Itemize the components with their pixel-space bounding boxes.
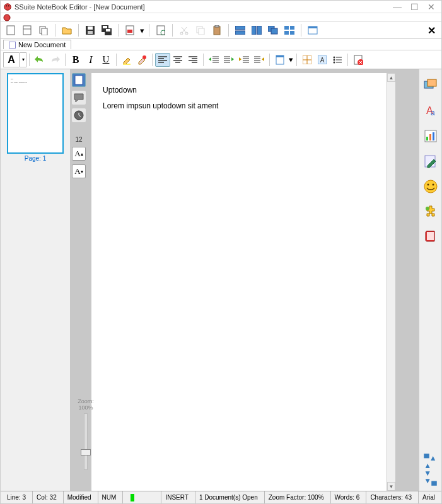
status-bar: Line: 3 Col: 32 Modified NUM INSERT 1 Do… — [1, 491, 441, 503]
svg-point-1 — [6, 5, 7, 6]
window-button[interactable] — [305, 23, 320, 37]
svg-rect-28 — [257, 26, 262, 35]
align-left-button[interactable] — [155, 53, 170, 67]
comment-button[interactable] — [72, 91, 86, 105]
insert-text-button[interactable]: A — [315, 53, 330, 67]
pdf-dropdown[interactable]: ▾ — [139, 23, 145, 37]
save-all-button[interactable] — [99, 23, 114, 37]
indent-button[interactable] — [252, 53, 267, 67]
print-preview-button[interactable] — [153, 23, 168, 37]
tile-h-button[interactable] — [233, 23, 248, 37]
svg-rect-33 — [284, 31, 289, 35]
copy-button[interactable] — [193, 23, 208, 37]
page-thumbnail[interactable]: --- --- ----- ------- -- — [7, 73, 64, 154]
scroll-up-button[interactable]: ▲ — [387, 73, 395, 82]
emoji-icon[interactable] — [423, 179, 438, 194]
close-doc-button[interactable] — [351, 53, 366, 67]
maximize-button[interactable]: ☐ — [410, 2, 419, 12]
svg-point-0 — [4, 3, 11, 10]
copy-doc-button[interactable] — [36, 23, 51, 37]
status-spacer — [122, 491, 158, 503]
nav-bottom-icon[interactable]: ▼▄ — [424, 477, 436, 484]
svg-point-60 — [424, 180, 437, 193]
svg-text:A: A — [320, 57, 325, 64]
doc-line-2: Lorem impsun uptodown sit ament — [103, 100, 375, 112]
document-tab[interactable]: New Document — [3, 40, 71, 49]
font-style-icon[interactable]: Aa — [423, 103, 438, 118]
document-page[interactable]: Uptodown Lorem impsun uptodown sit ament — [91, 73, 387, 491]
thumbnail-label: Page: 1 — [25, 155, 46, 162]
svg-rect-27 — [252, 26, 256, 35]
highlight-button[interactable] — [119, 53, 134, 67]
svg-rect-10 — [88, 31, 93, 34]
status-led-icon — [131, 494, 134, 501]
svg-point-44 — [334, 56, 335, 58]
align-right-button[interactable] — [185, 53, 201, 67]
font-increase-button[interactable]: A▴ — [72, 147, 86, 161]
plugin-icon[interactable] — [423, 204, 438, 219]
svg-rect-4 — [7, 26, 15, 35]
scroll-down-button[interactable]: ▼ — [387, 482, 395, 491]
doc-close-button[interactable]: ✕ — [424, 23, 439, 37]
font-color-button[interactable] — [134, 53, 149, 67]
align-center-button[interactable] — [170, 53, 185, 67]
svg-rect-25 — [235, 26, 245, 30]
svg-rect-58 — [433, 132, 434, 140]
page-setup-dropdown[interactable]: ▾ — [288, 53, 294, 67]
font-dropdown[interactable]: ▾ — [20, 52, 26, 67]
status-col: Col: 32 — [32, 491, 61, 503]
tile-v-button[interactable] — [249, 23, 264, 37]
cascade-button[interactable] — [265, 23, 281, 37]
svg-rect-24 — [215, 25, 219, 27]
zoom-value: 100% — [78, 404, 93, 411]
svg-rect-37 — [123, 64, 131, 65]
status-chars: Characters: 43 — [366, 491, 416, 503]
minimize-button[interactable]: — — [393, 2, 402, 12]
status-line: Line: 3 — [3, 491, 30, 503]
titlebar: SSuite NoteBook Editor - [New Document] … — [1, 1, 441, 13]
new-doc-button[interactable] — [3, 23, 18, 37]
bug-icon[interactable] — [3, 14, 11, 21]
book-icon[interactable] — [423, 229, 438, 244]
open-folder-button[interactable] — [59, 23, 74, 37]
svg-point-3 — [4, 14, 10, 21]
bold-button[interactable]: B — [68, 53, 83, 67]
italic-button[interactable]: I — [83, 53, 98, 67]
list-button[interactable] — [330, 53, 345, 67]
font-decrease-button[interactable]: A▾ — [72, 164, 86, 178]
pdf-button[interactable] — [122, 23, 137, 37]
gallery-icon[interactable] — [423, 78, 438, 93]
undo-button[interactable] — [32, 53, 47, 67]
indent-right-button[interactable] — [221, 53, 236, 67]
svg-rect-57 — [429, 134, 431, 140]
indent-left-button[interactable] — [206, 53, 221, 67]
font-button[interactable]: A — [3, 52, 20, 67]
font-size-value: 12 — [75, 136, 82, 143]
save-button[interactable] — [83, 23, 98, 37]
redo-button[interactable] — [47, 53, 62, 67]
arrange-button[interactable] — [282, 23, 297, 37]
zoom-slider-track[interactable] — [84, 413, 88, 470]
outdent-button[interactable] — [236, 53, 252, 67]
page-info-button[interactable] — [72, 73, 86, 87]
svg-rect-49 — [75, 76, 83, 84]
svg-rect-5 — [23, 26, 31, 35]
open-button[interactable] — [20, 23, 35, 37]
insert-table-button[interactable] — [300, 53, 315, 67]
vertical-scrollbar[interactable]: ▲ ▼ — [387, 73, 395, 491]
paste-button[interactable] — [209, 23, 224, 37]
edit-page-icon[interactable] — [423, 154, 438, 169]
clock-button[interactable] — [72, 108, 86, 122]
underline-button[interactable]: U — [98, 53, 113, 67]
status-num: NUM — [98, 491, 120, 503]
svg-rect-40 — [276, 55, 284, 57]
zoom-slider-thumb[interactable] — [81, 449, 91, 455]
svg-rect-52 — [427, 79, 436, 86]
svg-rect-14 — [106, 29, 110, 32]
page-setup-button[interactable] — [272, 53, 288, 67]
chart-icon[interactable] — [423, 129, 438, 144]
status-zoom: Zoom Factor: 100% — [264, 491, 328, 503]
cut-button[interactable] — [177, 23, 192, 37]
close-button[interactable]: ✕ — [427, 2, 435, 12]
status-docs-open: 1 Document(s) Open — [195, 491, 262, 503]
